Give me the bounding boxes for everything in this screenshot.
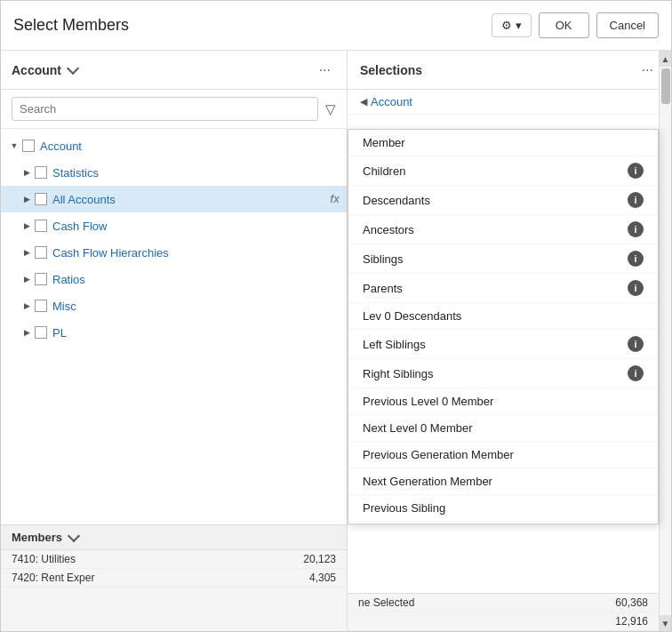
- account-label-text: Account: [371, 95, 412, 108]
- tree-item-statistics[interactable]: Statistics: [1, 159, 347, 186]
- scrollbar-thumb[interactable]: [661, 68, 670, 104]
- left-panel-more-button[interactable]: ···: [314, 60, 336, 80]
- dialog-header: Select Members ⚙ ▾ OK Cancel: [1, 1, 671, 51]
- menu-item-previous-generation[interactable]: Previous Generation Member: [348, 442, 658, 468]
- fx-icon: fx: [330, 193, 340, 205]
- menu-item-lev0-descendants[interactable]: Lev 0 Descendants: [348, 303, 658, 330]
- account-breadcrumb: ◀ Account: [348, 90, 671, 115]
- menu-item-label-ancestors: Ancestors: [363, 223, 628, 236]
- menu-item-label-member: Member: [363, 136, 644, 149]
- menu-item-parents[interactable]: Parents i: [348, 274, 658, 303]
- dialog-title: Select Members: [13, 16, 492, 35]
- left-panel-title: Account: [12, 63, 314, 77]
- tree-item-all-accounts[interactable]: All Accounts fx: [1, 186, 347, 212]
- tree-item-cash-flow-hierarchies[interactable]: Cash Flow Hierarchies: [1, 239, 347, 266]
- expand-arrow-pl: [20, 326, 33, 339]
- bottom-title: Members: [12, 531, 336, 544]
- menu-item-member[interactable]: Member: [348, 130, 658, 156]
- menu-item-ancestors[interactable]: Ancestors i: [348, 215, 658, 244]
- tree-item-misc[interactable]: Misc: [1, 292, 347, 319]
- tree-item-ratios[interactable]: Ratios: [1, 266, 347, 292]
- scrollbar-up-button[interactable]: ▲: [660, 51, 671, 67]
- header-actions: ⚙ ▾ OK Cancel: [492, 12, 659, 38]
- bottom-rows: 7410: Utilities 20,123 7420: Rent Exper …: [1, 550, 347, 631]
- cancel-button[interactable]: Cancel: [596, 12, 659, 38]
- menu-item-label-children: Children: [363, 164, 628, 178]
- ok-button[interactable]: OK: [539, 12, 589, 38]
- right-header: Selections ···: [348, 51, 671, 90]
- menu-item-children[interactable]: Children i: [348, 156, 658, 186]
- label-misc: Misc: [52, 300, 76, 313]
- menu-item-label-previous-generation: Previous Generation Member: [363, 448, 644, 461]
- checkbox-all-accounts[interactable]: [35, 193, 47, 205]
- right-panel: Selections ··· ◀ Account Member Children…: [348, 51, 671, 631]
- right-scrollbar[interactable]: ▲ ▼: [659, 51, 671, 631]
- search-area: ▽: [1, 90, 347, 129]
- label-statistics: Statistics: [52, 166, 99, 180]
- data-row-0: 7410: Utilities 20,123: [1, 550, 347, 569]
- right-data-row-1: 12,916: [348, 612, 659, 631]
- right-panel-more-button[interactable]: ···: [636, 60, 659, 80]
- info-icon-right-siblings: i: [628, 365, 644, 381]
- dialog-body: Account ··· ▽ Account: [1, 51, 671, 631]
- menu-item-label-next-generation: Next Generation Member: [363, 475, 644, 488]
- expand-arrow-cash-flow-hierarchies: [20, 246, 33, 259]
- tree-item-pl[interactable]: PL: [1, 319, 347, 346]
- info-icon-parents: i: [628, 280, 644, 296]
- data-row-value-1: 4,305: [283, 572, 336, 584]
- info-icon-left-siblings: i: [628, 336, 644, 352]
- left-panel: Account ··· ▽ Account: [1, 51, 348, 631]
- expand-arrow-all-accounts: [20, 193, 33, 205]
- expand-arrow-cash-flow: [20, 220, 33, 232]
- menu-item-siblings[interactable]: Siblings i: [348, 244, 658, 274]
- info-icon-descendants: i: [628, 192, 644, 208]
- menu-item-left-siblings[interactable]: Left Siblings i: [348, 330, 658, 359]
- menu-item-previous-level0[interactable]: Previous Level 0 Member: [348, 388, 658, 415]
- menu-item-next-generation[interactable]: Next Generation Member: [348, 468, 658, 495]
- checkbox-pl[interactable]: [35, 326, 47, 339]
- tree-container: Account Statistics All Accounts fx: [1, 129, 347, 524]
- filter-icon[interactable]: ▽: [325, 101, 336, 117]
- menu-item-next-level0[interactable]: Next Level 0 Member: [348, 415, 658, 442]
- dropdown-menu: Member Children i Descendants i Ancestor…: [348, 129, 659, 524]
- tree-item-account[interactable]: Account: [1, 132, 347, 159]
- checkbox-misc[interactable]: [35, 300, 47, 312]
- right-data-row-0: ne Selected 60,368: [348, 594, 659, 612]
- expand-arrow-misc: [20, 300, 33, 312]
- bottom-panel: Members 7410: Utilities 20,123 7420: Ren…: [1, 524, 347, 631]
- checkbox-ratios[interactable]: [35, 273, 47, 285]
- label-cash-flow-hierarchies: Cash Flow Hierarchies: [52, 246, 169, 260]
- tree-item-cash-flow[interactable]: Cash Flow: [1, 212, 347, 239]
- left-panel-title-text: Account: [12, 63, 61, 77]
- checkbox-account[interactable]: [22, 140, 35, 152]
- bottom-title-text: Members: [12, 531, 62, 544]
- bottom-header: Members: [1, 525, 347, 550]
- menu-item-label-parents: Parents: [363, 282, 628, 295]
- expand-arrow-account: [8, 140, 20, 152]
- label-pl: PL: [52, 326, 67, 340]
- settings-icon: ⚙: [501, 19, 512, 32]
- data-row-value-0: 20,123: [283, 553, 336, 565]
- menu-item-label-right-siblings: Right Siblings: [363, 367, 628, 380]
- menu-item-next-sibling[interactable]: Next Sibling: [348, 522, 658, 524]
- expand-arrow-statistics: [20, 166, 33, 179]
- settings-dropdown-arrow: ▾: [516, 19, 522, 32]
- members-chevron-icon: [68, 530, 80, 542]
- checkbox-cash-flow[interactable]: [35, 220, 47, 232]
- menu-item-label-siblings: Siblings: [363, 252, 628, 266]
- menu-item-right-siblings[interactable]: Right Siblings i: [348, 359, 658, 388]
- info-icon-children: i: [628, 163, 644, 179]
- checkbox-cash-flow-hierarchies[interactable]: [35, 246, 47, 259]
- scrollbar-down-button[interactable]: ▼: [660, 615, 671, 631]
- search-input[interactable]: [12, 97, 318, 121]
- selections-title: Selections: [360, 63, 636, 77]
- checkbox-statistics[interactable]: [35, 166, 47, 179]
- menu-item-label-lev0-descendants: Lev 0 Descendants: [363, 309, 644, 323]
- scrollbar-track: [660, 67, 671, 615]
- menu-item-previous-sibling[interactable]: Previous Sibling: [348, 495, 658, 522]
- menu-item-descendants[interactable]: Descendants i: [348, 186, 658, 215]
- info-icon-ancestors: i: [628, 221, 644, 237]
- select-members-dialog: Select Members ⚙ ▾ OK Cancel Account ···: [0, 0, 672, 632]
- settings-button[interactable]: ⚙ ▾: [492, 13, 532, 37]
- menu-item-label-left-siblings: Left Siblings: [363, 338, 628, 351]
